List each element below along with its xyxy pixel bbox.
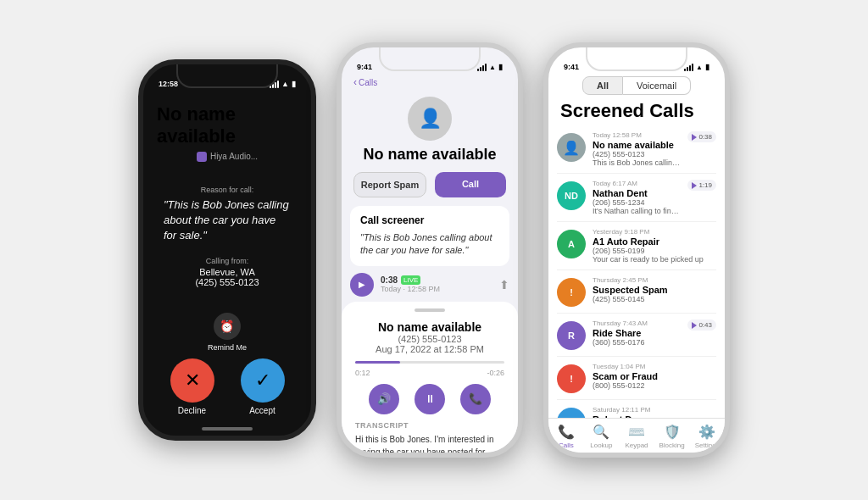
audio-date: Today · 12:58 PM xyxy=(381,285,440,293)
call-list-item[interactable]: ! Tuesday 1:04 PM Scam or Fraud (800) 55… xyxy=(557,357,716,400)
call-button[interactable]: Call xyxy=(435,172,506,197)
call-avatar: ND xyxy=(557,181,586,210)
battery-icon: ▮ xyxy=(498,63,503,71)
back-label: Calls xyxy=(359,78,377,87)
nav-item-settings[interactable]: ⚙️ Settings xyxy=(689,424,725,449)
call-info: Thursday 2:45 PM Suspected Spam (425) 55… xyxy=(593,276,716,303)
transcript-label: TRANSCRIPT xyxy=(355,421,504,430)
audio-progress-bar[interactable] xyxy=(355,361,504,364)
nav-item-calls[interactable]: 📞 Calls xyxy=(548,424,584,449)
time-remaining: -0:26 xyxy=(487,369,504,377)
sheet-number: (425) 555-0123 xyxy=(355,334,504,344)
nav-label: Lookup xyxy=(590,442,612,449)
audio-info: 0:38 LIVE Today · 12:58 PM xyxy=(381,275,440,293)
nav-icon: 🛡️ xyxy=(664,424,681,440)
call-number: (206) 555-0199 xyxy=(593,247,716,255)
nav-label: Keypad xyxy=(625,442,648,449)
call-list-item[interactable]: ND Today 6:17 AM Nathan Dent (206) 555-1… xyxy=(557,174,716,222)
audio-playback-bar: ▶ 0:38 LIVE Today · 12:58 PM ⬆ xyxy=(350,273,509,297)
time-labels: 0:12 -0:26 xyxy=(355,369,504,377)
call-list-item[interactable]: ! Thursday 2:45 PM Suspected Spam (425) … xyxy=(557,270,716,314)
nav-label: Settings xyxy=(695,442,720,449)
time-current: 0:12 xyxy=(355,369,370,377)
nav-item-blocking[interactable]: 🛡️ Blocking xyxy=(654,424,690,449)
nav-icon: 🔍 xyxy=(593,424,609,440)
call-list-item[interactable]: A Yesterday 9:18 PM A1 Auto Repair (206)… xyxy=(557,222,716,270)
call-list-item[interactable]: RD Saturday 12:11 PM Robert Duncan xyxy=(557,400,716,418)
screened-calls-title: Screened Calls xyxy=(548,95,725,125)
share-button[interactable]: ⬆ xyxy=(499,278,509,292)
phone1-reason-label: Reason for call: xyxy=(201,186,254,194)
play-button[interactable]: ▶ xyxy=(350,273,374,297)
phone2-time: 9:41 xyxy=(357,63,372,71)
caller-section: 👤 No name available xyxy=(342,90,518,164)
sheet-date: Aug 17, 2022 at 12:58 PM xyxy=(355,344,504,354)
call-date: Saturday 12:11 PM xyxy=(593,406,716,414)
phone-1: 12:58 ▲ ▮ No name available Hiya Audio..… xyxy=(138,59,316,441)
call-name: A1 Auto Repair xyxy=(593,236,716,247)
call-name: Suspected Spam xyxy=(593,285,716,295)
call-desc: It's Nathan calling to finalize plans fo… xyxy=(593,207,681,215)
wifi-icon: ▲ xyxy=(696,64,703,71)
accept-icon: ✓ xyxy=(241,358,285,403)
caller-avatar: 👤 xyxy=(408,97,452,141)
playback-controls: 🔊 ⏸ 📞 xyxy=(355,384,504,414)
phone-button[interactable]: 📞 xyxy=(460,384,491,414)
speaker-button[interactable]: 🔊 xyxy=(369,384,399,414)
phone1-reason-text: "This is Bob Jones calling about the car… xyxy=(157,197,298,244)
phone-3: 9:41 ▲ ▮ All Voicemail Screened Calls 👤 … xyxy=(543,42,730,458)
sheet-caller-name: No name available xyxy=(355,320,504,334)
screener-title: Call screener xyxy=(360,214,499,226)
call-action-buttons: Report Spam Call xyxy=(342,164,518,206)
phone1-action-buttons: ✕ Decline ✓ Accept xyxy=(157,358,298,415)
nav-item-lookup[interactable]: 🔍 Lookup xyxy=(584,424,620,449)
phone1-hiya-row: Hiya Audio... xyxy=(197,152,258,162)
sheet-handle xyxy=(415,308,445,312)
call-date: Thursday 2:45 PM xyxy=(593,276,716,284)
back-button[interactable]: ‹ Calls xyxy=(342,71,518,90)
wifi-icon: ▲ xyxy=(281,80,289,88)
decline-button[interactable]: ✕ Decline xyxy=(170,358,214,415)
call-info: Saturday 12:11 PM Robert Duncan xyxy=(593,406,716,418)
battery-icon: ▮ xyxy=(705,63,709,71)
remind-me-button[interactable]: ⏰ Remind Me xyxy=(208,313,247,352)
call-info: Tuesday 1:04 PM Scam or Fraud (800) 555-… xyxy=(593,363,716,390)
audio-badge: 0:43 xyxy=(687,319,716,331)
audio-time: 0:38 xyxy=(381,275,398,285)
call-date: Yesterday 9:18 PM xyxy=(593,228,716,236)
calls-list: 👤 Today 12:58 PM No name available (425)… xyxy=(548,125,725,418)
back-chevron: ‹ xyxy=(353,76,357,88)
signal-icon xyxy=(477,64,487,71)
hiya-label: Hiya Audio... xyxy=(210,152,258,161)
phone3-notch xyxy=(586,47,687,71)
call-name: Nathan Dent xyxy=(593,188,681,198)
screener-text: "This is Bob Jones calling about the car… xyxy=(360,231,499,258)
phone1-notch xyxy=(176,64,278,88)
call-list-item[interactable]: 👤 Today 12:58 PM No name available (425)… xyxy=(557,125,716,174)
phone1-location: Bellevue, WA xyxy=(199,267,255,277)
nav-icon: 📞 xyxy=(558,424,575,440)
bottom-sheet: No name available (425) 555-0123 Aug 17,… xyxy=(342,302,518,453)
call-name: No name available xyxy=(593,140,681,150)
call-info: Today 6:17 AM Nathan Dent (206) 555-1234… xyxy=(593,180,681,215)
report-spam-button[interactable]: Report Spam xyxy=(353,172,426,197)
live-badge: LIVE xyxy=(401,275,420,285)
pause-button[interactable]: ⏸ xyxy=(415,384,445,414)
remind-label: Remind Me xyxy=(208,343,247,352)
transcript-text: Hi this is Bob Jones. I'm interested in … xyxy=(355,433,504,453)
battery-icon: ▮ xyxy=(292,80,296,88)
tab-all[interactable]: All xyxy=(582,76,623,95)
call-number: (360) 555-0176 xyxy=(593,338,681,347)
call-number: (425) 555-0123 xyxy=(593,150,681,158)
accept-button[interactable]: ✓ Accept xyxy=(241,358,285,415)
call-avatar: RD xyxy=(557,408,586,418)
call-name: Scam or Fraud xyxy=(593,371,716,381)
phone1-number: (425) 555-0123 xyxy=(195,277,259,287)
call-avatar: ! xyxy=(557,278,586,307)
phone2-status-icons: ▲ ▮ xyxy=(477,63,503,71)
call-info: Yesterday 9:18 PM A1 Auto Repair (206) 5… xyxy=(593,228,716,264)
phone-2: 9:41 ▲ ▮ ‹ Calls 👤 No name available Rep… xyxy=(337,42,523,458)
call-list-item[interactable]: R Thursday 7:43 AM Ride Share (360) 555-… xyxy=(557,314,716,357)
tab-voicemail[interactable]: Voicemail xyxy=(623,76,691,95)
nav-item-keypad[interactable]: ⌨️ Keypad xyxy=(619,424,654,449)
